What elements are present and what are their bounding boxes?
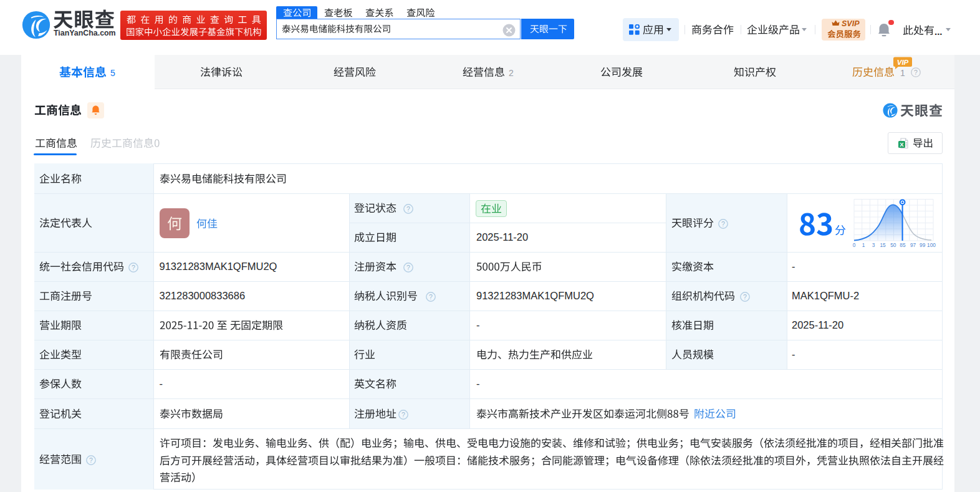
svg-text:15: 15 — [880, 242, 886, 248]
svg-text:?: ? — [721, 219, 725, 227]
svg-text:?: ? — [406, 264, 410, 271]
svg-text:?: ? — [132, 264, 135, 271]
svg-text:50: 50 — [890, 242, 896, 248]
svg-text:?: ? — [401, 410, 405, 418]
svg-text:?: ? — [743, 293, 747, 301]
svg-text:99: 99 — [920, 242, 926, 248]
svg-text:97: 97 — [910, 242, 916, 248]
svg-text:?: ? — [89, 456, 93, 463]
svg-text:3: 3 — [872, 242, 875, 248]
svg-text:0: 0 — [853, 242, 856, 248]
svg-text:1: 1 — [862, 242, 865, 248]
svg-text:100: 100 — [927, 242, 936, 248]
svg-text:?: ? — [429, 293, 433, 301]
svg-text:?: ? — [406, 205, 410, 213]
svg-text:VIP: VIP — [897, 59, 909, 66]
svg-text:X: X — [900, 141, 904, 148]
svg-text:?: ? — [914, 68, 918, 75]
svg-text:85: 85 — [900, 242, 906, 248]
